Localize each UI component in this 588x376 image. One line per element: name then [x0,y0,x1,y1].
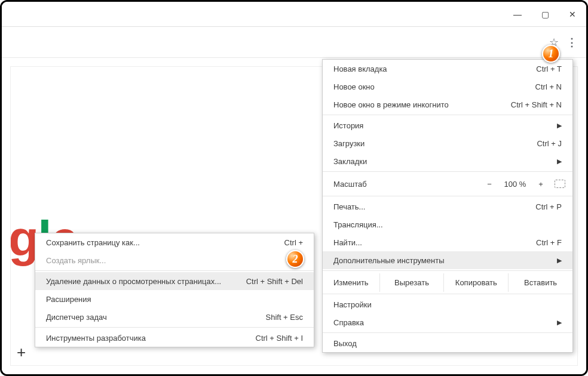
window-minimize-button[interactable]: — [504,2,531,27]
annotation-callout-1: 1 [542,45,560,63]
menu-cast[interactable]: Трансляция... [323,215,572,233]
menu-item-label: Создать ярлык... [46,256,106,265]
menu-incognito[interactable]: Новое окно в режиме инкогнито Ctrl + Shi… [323,95,572,113]
menu-separator [323,115,572,115]
menu-separator [35,327,314,328]
more-tools-submenu: Сохранить страницу как... Ctrl + Создать… [35,233,314,347]
menu-zoom: Масштаб − 100 % + [323,173,572,195]
submenu-extensions[interactable]: Расширения [35,290,314,308]
menu-history[interactable]: История ▶ [323,116,572,134]
window-titlebar: — ▢ ✕ [2,2,586,27]
menu-help[interactable]: Справка ▶ [323,313,572,331]
menu-item-label: Печать... [333,202,365,211]
browser-toolbar: ☆ ⋮ [2,27,586,58]
submenu-arrow-icon: ▶ [557,158,562,165]
chrome-main-menu: Новая вкладка Ctrl + T Новое окно Ctrl +… [322,59,573,353]
zoom-value: 100 % [498,180,532,189]
menu-bookmarks[interactable]: Закладки ▶ [323,152,572,170]
menu-new-window[interactable]: Новое окно Ctrl + N [323,78,572,95]
menu-item-label: Новая вкладка [333,64,387,73]
menu-separator [323,171,572,172]
submenu-arrow-icon: ▶ [557,257,562,264]
menu-item-label: Диспетчер задач [46,313,107,322]
menu-separator [323,196,572,196]
menu-item-label: Трансляция... [333,220,383,229]
menu-exit[interactable]: Выход [323,334,572,352]
menu-item-shortcut: Ctrl + Shift + N [511,100,562,109]
zoom-out-button[interactable]: − [480,180,498,189]
menu-item-shortcut: Ctrl + [284,238,303,247]
menu-item-shortcut: Ctrl + P [535,202,562,211]
menu-item-label: История [333,121,363,130]
menu-item-label: Инструменты разработчика [46,334,146,343]
menu-print[interactable]: Печать... Ctrl + P [323,198,572,215]
menu-more-tools[interactable]: Дополнительные инструменты ▶ [323,251,572,269]
menu-item-label: Найти... [333,238,362,247]
submenu-task-manager[interactable]: Диспетчер задач Shift + Esc [35,308,314,326]
edit-label: Изменить [323,278,379,287]
submenu-clear-browsing-data[interactable]: Удаление данных о просмотренных страница… [35,272,314,290]
window-close-button[interactable]: ✕ [559,2,586,27]
menu-item-shortcut: Ctrl + T [536,64,562,73]
menu-downloads[interactable]: Загрузки Ctrl + J [323,134,572,152]
menu-item-label: Новое окно [333,82,375,91]
menu-item-shortcut: Ctrl + Shift + I [256,334,303,343]
chrome-menu-button[interactable]: ⋮ [564,34,580,51]
edit-copy-button[interactable]: Копировать [443,273,508,292]
menu-settings[interactable]: Настройки [323,295,572,313]
zoom-label: Масштаб [333,180,480,189]
menu-item-shortcut: Ctrl + Shift + Del [246,277,303,286]
menu-item-label: Расширения [46,295,91,304]
menu-item-label: Настройки [333,300,372,309]
menu-separator [323,294,572,294]
menu-item-shortcut: Ctrl + J [537,139,562,148]
menu-item-label: Справка [333,318,364,327]
menu-item-label: Дополнительные инструменты [333,256,445,265]
submenu-arrow-icon: ▶ [557,319,562,326]
menu-item-label: Выход [333,339,357,348]
menu-item-shortcut: Ctrl + F [536,238,562,247]
menu-item-label: Новое окно в режиме инкогнито [333,100,449,109]
edit-paste-button[interactable]: Вставить [508,273,572,292]
menu-item-label: Удаление данных о просмотренных страница… [46,277,221,286]
submenu-save-page-as[interactable]: Сохранить страницу как... Ctrl + [35,233,314,251]
menu-item-label: Сохранить страницу как... [46,238,140,247]
submenu-developer-tools[interactable]: Инструменты разработчика Ctrl + Shift + … [35,329,314,347]
menu-item-label: Загрузки [333,139,365,148]
menu-separator [323,270,572,271]
zoom-in-button[interactable]: + [532,180,550,189]
fullscreen-icon[interactable] [555,180,565,188]
menu-item-shortcut: Ctrl + N [535,82,562,91]
menu-item-label: Закладки [333,157,367,166]
menu-edit-row: Изменить Вырезать Копировать Вставить [323,272,572,292]
new-tab-plus-icon[interactable]: + [17,343,26,362]
menu-separator [35,270,314,271]
submenu-create-shortcut: Создать ярлык... [35,251,314,269]
window-maximize-button[interactable]: ▢ [531,2,559,27]
menu-new-tab[interactable]: Новая вкладка Ctrl + T [323,60,572,78]
submenu-arrow-icon: ▶ [557,122,562,130]
edit-cut-button[interactable]: Вырезать [379,273,444,292]
menu-find[interactable]: Найти... Ctrl + F [323,233,572,251]
annotation-callout-2: 2 [286,250,304,268]
menu-separator [323,332,572,333]
menu-item-shortcut: Shift + Esc [266,313,304,322]
